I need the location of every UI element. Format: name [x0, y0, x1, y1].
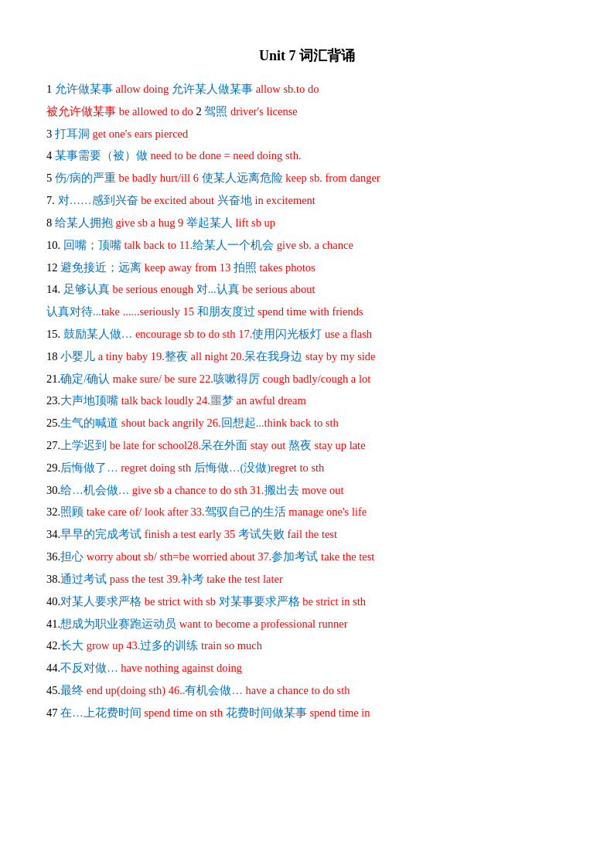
text-segment: 参加考试	[271, 550, 318, 563]
text-segment: 32.	[46, 505, 60, 518]
text-segment: be serious enough	[110, 283, 196, 295]
vocab-line-24: 40.对某人要求严格 be strict with sb 对某事要求严格 be …	[46, 591, 568, 612]
text-segment: 呆在我身边	[244, 350, 302, 363]
text-segment: 允许某人做某事	[172, 83, 253, 95]
text-segment: 38.	[46, 573, 60, 585]
vocab-line-13: 18 小婴儿 a tiny baby 19.整夜 all night 20.呆在…	[46, 346, 568, 367]
text-segment: 回嘴；顶嘴	[63, 239, 121, 251]
text-segment: fail the test	[285, 528, 337, 540]
text-segment: give sb a chance to do sth 31.	[129, 484, 264, 496]
text-segment: 47	[46, 706, 60, 719]
text-segment: 上学迟到	[60, 439, 107, 451]
vocab-line-28: 45.最终 end up(doing sth) 46..有机会做… have a…	[46, 680, 568, 701]
text-segment: keep away from 13	[142, 261, 234, 274]
text-segment: 14.	[46, 283, 63, 295]
text-segment: driver's license	[227, 105, 297, 117]
vocab-line-22: 36.担心 worry about sb/ sth=be worried abo…	[46, 546, 568, 567]
text-segment: takes photos	[257, 261, 316, 274]
text-segment: 大声地顶嘴	[60, 394, 118, 407]
text-segment: 30.	[46, 484, 60, 496]
text-segment: an awful dream	[234, 394, 306, 407]
text-segment: 举起某人	[186, 216, 233, 229]
text-segment: manage one's life	[286, 505, 367, 518]
text-segment: 鼓励某人做…	[63, 328, 133, 340]
text-segment: 有机会做…	[185, 684, 243, 696]
text-segment: 过多的训练	[140, 639, 198, 652]
vocab-line-8: 10. 回嘴；顶嘴 talk back to 11.给某人一个机会 give s…	[46, 235, 568, 256]
text-segment: grow up 43.	[84, 639, 140, 652]
text-segment: stay up late	[312, 439, 366, 451]
text-segment: 生气的喊道	[60, 417, 118, 429]
vocab-line-1: 1 允许做某事 allow doing 允许某人做某事 allow sb.to …	[46, 79, 568, 100]
text-segment: 对某事要求严格	[219, 595, 300, 608]
vocab-line-12: 15. 鼓励某人做… encourage sb to do sth 17.使用闪…	[46, 324, 568, 345]
text-segment: talk back loudly 24.	[118, 394, 210, 407]
text-segment: 44.	[46, 662, 60, 674]
text-segment: worry about sb/ sth=be worried about 37.	[84, 550, 271, 563]
text-segment: in excitement	[252, 194, 316, 206]
text-segment: pass the test 39.	[107, 573, 180, 585]
text-segment: need to be done = need doing sth.	[148, 149, 302, 162]
text-segment: 呆在外面	[201, 439, 247, 451]
text-segment: take ......seriously 15	[101, 305, 197, 318]
text-segment: take the test	[318, 550, 374, 563]
text-segment: 34.	[46, 528, 60, 540]
text-segment: 在…上花费时间	[60, 706, 142, 719]
text-segment: 搬出去	[264, 484, 299, 496]
text-segment: 熬夜	[288, 439, 312, 451]
text-segment: 7.	[46, 194, 58, 206]
text-segment: 41.	[46, 618, 60, 630]
vocab-line-21: 34.早早的完成考试 finish a test early 35 考试失败 f…	[46, 524, 568, 545]
vocab-line-26: 42.长大 grow up 43.过多的训练 train so much	[46, 635, 568, 656]
text-segment: 21.	[46, 373, 60, 385]
text-segment: move out	[299, 484, 344, 496]
text-segment: 通过考试	[60, 573, 107, 585]
vocab-line-4: 4 某事需要（被）做 need to be done = need doing …	[46, 145, 568, 166]
vocab-line-15: 23.大声地顶嘴 talk back loudly 24.噩梦 an awful…	[46, 390, 568, 411]
text-segment: 驾驭自己的生活	[205, 505, 286, 518]
text-segment: 长大	[60, 639, 84, 652]
text-segment: want to become a professional runner	[176, 618, 347, 630]
text-segment: 对……感到兴奋	[58, 194, 138, 206]
text-segment: be allowed to do	[116, 105, 196, 117]
text-segment: be late for school28.	[107, 439, 201, 451]
vocab-line-9: 12 避免接近；远离 keep away from 13 拍照 takes ph…	[46, 257, 568, 278]
vocabulary-content: 1 允许做某事 allow doing 允许某人做某事 allow sb.to …	[46, 79, 568, 723]
text-segment: 1	[46, 83, 55, 95]
text-segment: have a chance to do sth	[243, 684, 350, 696]
text-segment: have nothing against doing	[118, 662, 242, 674]
text-segment: 考试失败	[238, 528, 285, 540]
vocab-line-6: 7. 对……感到兴奋 be excited about 兴奋地 in excit…	[46, 190, 568, 211]
text-segment: lift sb up	[233, 216, 275, 229]
text-segment: 15.	[46, 328, 63, 340]
vocab-line-3: 3 打耳洞 get one's ears pierced	[46, 124, 568, 145]
text-segment: encourage sb to do sth 17.	[132, 328, 252, 340]
text-segment: 想成为职业赛跑运动员	[60, 618, 176, 630]
text-segment: 23.	[46, 394, 60, 407]
vocab-line-7: 8 给某人拥抱 give sb a hug 9 举起某人 lift sb up	[46, 213, 568, 233]
text-segment: 照顾	[60, 505, 84, 518]
text-segment: 后悔做…(没做)	[194, 461, 271, 474]
text-segment: 42.	[46, 639, 60, 652]
text-segment: make sure/ be sure 22.	[110, 373, 213, 385]
text-segment: 29.	[46, 461, 60, 474]
text-segment: regret to sth	[271, 461, 324, 474]
text-segment: 后悔做了…	[60, 461, 118, 474]
text-segment: 整夜	[165, 350, 188, 363]
text-segment: think back to sth	[264, 417, 339, 429]
text-segment: train so much	[198, 639, 262, 652]
text-segment: 小婴儿	[60, 350, 95, 363]
text-segment: 回想起...	[221, 417, 264, 429]
text-segment: use a flash	[322, 328, 372, 340]
text-segment: 不反对做…	[60, 662, 118, 674]
text-segment: 担心	[60, 550, 84, 563]
text-segment: 使用闪光板灯	[252, 328, 322, 340]
text-segment: 打耳洞	[55, 128, 90, 140]
text-segment: 足够认真	[63, 283, 110, 295]
text-segment: 45.	[46, 684, 60, 696]
text-segment: 给…机会做…	[60, 484, 129, 496]
vocab-line-18: 29.后悔做了… regret doing sth 后悔做…(没做)regret…	[46, 458, 568, 478]
text-segment: talk back to 11.	[121, 239, 193, 251]
vocab-line-17: 27.上学迟到 be late for school28.呆在外面 stay o…	[46, 435, 568, 456]
text-segment: regret doing sth	[118, 461, 194, 474]
